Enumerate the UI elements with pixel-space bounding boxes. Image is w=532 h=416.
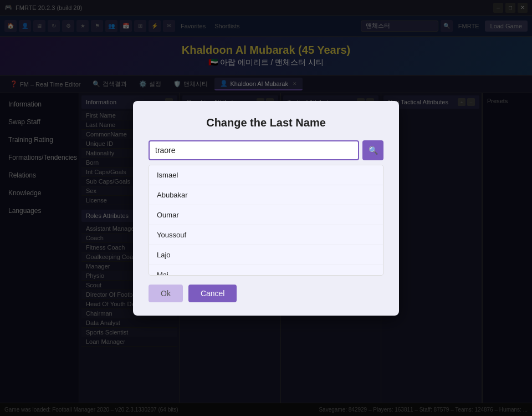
modal-list-item[interactable]: Lajo [149, 245, 383, 265]
modal-list: IsmaelAbubakarOumarYoussoufLajoMai [149, 165, 383, 276]
modal-dialog: Change the Last Name 🔍 IsmaelAbubakarOum… [133, 101, 399, 316]
modal-overlay: Change the Last Name 🔍 IsmaelAbubakarOum… [0, 0, 532, 416]
modal-list-item[interactable]: Oumar [149, 205, 383, 225]
modal-search-row: 🔍 [149, 140, 383, 160]
modal-list-item[interactable]: Abubakar [149, 185, 383, 205]
modal-ok-button[interactable]: Ok [149, 285, 183, 302]
modal-list-item[interactable]: Mai [149, 265, 383, 276]
modal-list-item[interactable]: Ismael [149, 165, 383, 185]
modal-list-item[interactable]: Youssouf [149, 225, 383, 245]
modal-search-input[interactable] [149, 140, 359, 160]
modal-buttons: Ok Cancel [149, 285, 383, 302]
modal-title: Change the Last Name [149, 116, 383, 129]
modal-search-icon: 🔍 [369, 146, 378, 155]
modal-cancel-button[interactable]: Cancel [188, 285, 237, 302]
modal-search-button[interactable]: 🔍 [362, 140, 383, 160]
